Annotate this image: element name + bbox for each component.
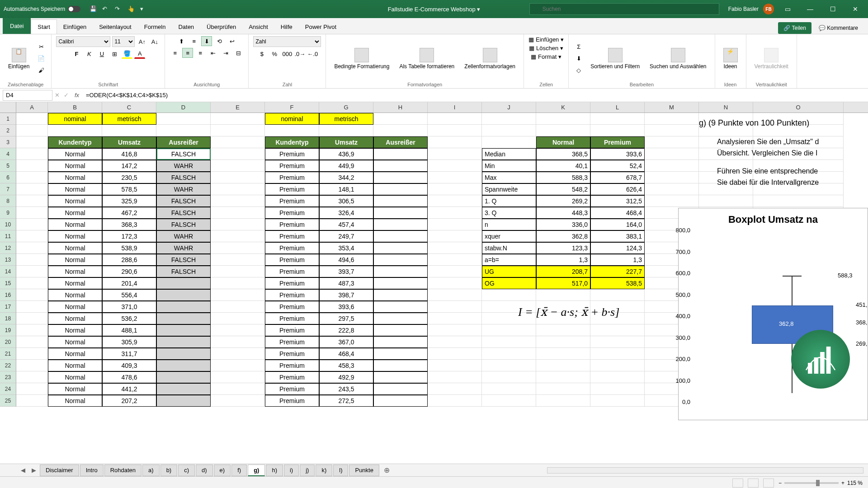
cell-H[interactable] [373, 172, 428, 183]
merge-icon[interactable]: ⊟ [233, 48, 244, 58]
cell-L[interactable]: 383,1 [590, 230, 645, 242]
cell-G[interactable]: 458,3 [319, 360, 373, 371]
cell-E[interactable] [211, 148, 265, 160]
cell-I[interactable] [428, 301, 482, 313]
sheet-tab-h)[interactable]: h) [266, 465, 283, 476]
cell-J[interactable]: Max [482, 172, 536, 183]
cell-B[interactable]: Normal [48, 301, 102, 313]
cell-F[interactable]: Premium [265, 348, 319, 360]
cell-A[interactable] [16, 148, 48, 160]
cell-H[interactable] [373, 148, 428, 160]
format-cells-button[interactable]: ▦ Format ▾ [531, 53, 561, 60]
zoom-out-icon[interactable]: − [778, 480, 782, 486]
cell-H[interactable] [373, 219, 428, 230]
cell-E[interactable] [211, 125, 265, 136]
cell-B[interactable]: Normal [48, 230, 102, 242]
cell-K[interactable] [536, 336, 590, 348]
cell-D[interactable] [156, 383, 211, 395]
cell-D[interactable]: FALSCH [156, 148, 211, 160]
cell-G[interactable]: 243,5 [319, 383, 373, 395]
cell-C[interactable]: 478,6 [102, 371, 156, 383]
orientation-icon[interactable]: ⟲ [214, 36, 225, 46]
format-table-button[interactable]: Als Tabelle formatieren [396, 46, 458, 71]
cell-G[interactable]: Umsatz [319, 136, 373, 148]
cell-I[interactable] [428, 160, 482, 172]
cell-C[interactable]: 311,7 [102, 348, 156, 360]
align-bottom-icon[interactable]: ⬇ [201, 36, 212, 46]
cell-I[interactable] [428, 395, 482, 407]
cell-C[interactable]: 536,2 [102, 313, 156, 324]
cell-B[interactable]: Normal [48, 313, 102, 324]
cell-J[interactable] [482, 336, 536, 348]
cell-G[interactable]: 449,9 [319, 160, 373, 172]
cell-E[interactable] [211, 219, 265, 230]
cell-C[interactable]: 538,9 [102, 242, 156, 254]
cell-A[interactable] [16, 254, 48, 266]
cell-E[interactable] [211, 301, 265, 313]
cell-styles-button[interactable]: Zellenformatvorlagen [461, 46, 519, 71]
cell-D[interactable] [156, 113, 211, 125]
comma-icon[interactable]: 000 [282, 49, 292, 59]
paste-button[interactable]: 📋Einfügen [5, 46, 33, 71]
cell-K[interactable]: Normal [536, 136, 590, 148]
cell-J[interactable] [482, 136, 536, 148]
sensitivity-button[interactable]: Vertraulichkeit [751, 46, 792, 71]
cell-E[interactable] [211, 195, 265, 207]
cell-B[interactable]: Normal [48, 324, 102, 336]
cell-I[interactable] [428, 254, 482, 266]
cell-F[interactable]: Premium [265, 172, 319, 183]
sheet-tab-g)[interactable]: g) [248, 465, 265, 476]
cell-G[interactable]: 344,2 [319, 172, 373, 183]
cell-I[interactable] [428, 172, 482, 183]
cell-D[interactable] [156, 360, 211, 371]
cell-I[interactable] [428, 195, 482, 207]
cell-F[interactable]: Premium [265, 289, 319, 301]
col-O[interactable]: O [753, 102, 844, 113]
cell-K[interactable]: 368,5 [536, 148, 590, 160]
col-G[interactable]: G [319, 102, 373, 113]
minimize-icon[interactable]: — [801, 5, 819, 13]
cell-B[interactable]: Normal [48, 289, 102, 301]
col-F[interactable]: F [265, 102, 319, 113]
col-L[interactable]: L [590, 102, 645, 113]
cell-M[interactable] [645, 160, 699, 172]
cell-L[interactable]: 626,4 [590, 183, 645, 195]
cell-C[interactable]: 488,1 [102, 324, 156, 336]
cell-J[interactable]: Median [482, 148, 536, 160]
sheet-tab-Disclaimer[interactable]: Disclaimer [40, 465, 79, 476]
zoom-level[interactable]: 115 % [847, 480, 863, 486]
cell-E[interactable] [211, 160, 265, 172]
cell-F[interactable]: Premium [265, 242, 319, 254]
row-10[interactable]: 10 [0, 219, 16, 230]
cell-I[interactable] [428, 360, 482, 371]
cell-I[interactable] [428, 371, 482, 383]
cell-N[interactable] [699, 195, 753, 207]
cell-I[interactable] [428, 207, 482, 219]
cell-F[interactable]: Premium [265, 219, 319, 230]
cell-H[interactable] [373, 230, 428, 242]
tab-file[interactable]: Datei [3, 18, 31, 34]
conditional-format-button[interactable]: Bedingte Formatierung [330, 46, 393, 71]
cell-G[interactable]: 306,5 [319, 195, 373, 207]
cell-J[interactable]: a=b= [482, 254, 536, 266]
cell-L[interactable]: 52,4 [590, 160, 645, 172]
cell-E[interactable] [211, 183, 265, 195]
cell-A[interactable] [16, 160, 48, 172]
cell-F[interactable]: Premium [265, 254, 319, 266]
col-C[interactable]: C [102, 102, 156, 113]
cell-H[interactable] [373, 207, 428, 219]
cell-C[interactable]: 230,5 [102, 172, 156, 183]
cell-F[interactable]: Premium [265, 230, 319, 242]
increase-indent-icon[interactable]: ⇥ [220, 48, 231, 58]
cell-C[interactable]: 207,2 [102, 395, 156, 407]
cell-K[interactable]: 548,2 [536, 183, 590, 195]
cell-D[interactable]: FALSCH [156, 254, 211, 266]
cut-icon[interactable]: ✂ [36, 42, 47, 52]
cell-M[interactable] [645, 148, 699, 160]
cell-L[interactable] [590, 289, 645, 301]
cell-F[interactable]: Premium [265, 277, 319, 289]
row-2[interactable]: 2 [0, 125, 16, 136]
row-3[interactable]: 3 [0, 136, 16, 148]
copy-icon[interactable]: 📄 [36, 54, 47, 64]
cell-I[interactable] [428, 242, 482, 254]
